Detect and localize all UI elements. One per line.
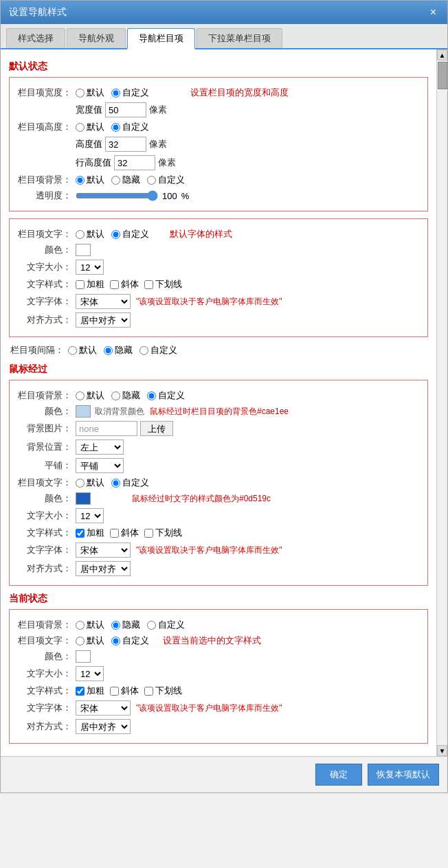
ok-button[interactable]: 确定 bbox=[315, 764, 362, 786]
item-width-custom-option[interactable]: 自定义 bbox=[111, 87, 149, 99]
item-height-options: 默认 自定义 bbox=[76, 121, 149, 133]
hover-underline-checkbox[interactable] bbox=[144, 529, 153, 538]
hover-italic-checkbox[interactable] bbox=[110, 529, 119, 538]
opacity-slider[interactable] bbox=[76, 191, 158, 201]
tab-nav-bar-item[interactable]: 导航栏目项 bbox=[127, 28, 195, 49]
hover-italic-option[interactable]: 斜体 bbox=[110, 527, 139, 539]
hover-bold-checkbox[interactable] bbox=[76, 529, 85, 538]
hover-color-picker[interactable] bbox=[76, 405, 91, 418]
scrollbar-thumb[interactable] bbox=[438, 62, 447, 89]
hover-font-select[interactable]: 宋体微软雅黑 bbox=[76, 542, 131, 558]
current-size-select[interactable]: 1214 bbox=[76, 666, 104, 681]
item-text-custom-option[interactable]: 自定义 bbox=[111, 228, 149, 240]
current-align-select[interactable]: 居中对齐左对齐 bbox=[76, 719, 131, 734]
tab-dropdown-item[interactable]: 下拉菜单栏目项 bbox=[197, 28, 282, 48]
reset-button[interactable]: 恢复本项默认 bbox=[368, 764, 439, 786]
current-italic-option[interactable]: 斜体 bbox=[110, 685, 139, 697]
hover-text-size-select[interactable]: 1214 bbox=[76, 508, 104, 523]
tab-nav-appearance[interactable]: 导航外观 bbox=[67, 28, 126, 48]
hover-bold-option[interactable]: 加粗 bbox=[76, 527, 104, 539]
item-text-default-radio[interactable] bbox=[76, 230, 85, 239]
default-bold-option[interactable]: 加粗 bbox=[76, 278, 104, 290]
scrollbar-up-button[interactable]: ▲ bbox=[437, 49, 447, 60]
hover-text-size-row: 文字大小： 1214 bbox=[16, 508, 421, 523]
current-text-custom-radio[interactable] bbox=[111, 637, 120, 646]
hover-bg-custom-radio[interactable] bbox=[147, 391, 156, 400]
current-bold-checkbox[interactable] bbox=[76, 687, 85, 696]
hover-bg-hidden-radio[interactable] bbox=[111, 391, 120, 400]
cancel-bg-color[interactable]: 取消背景颜色 bbox=[95, 406, 144, 418]
item-bg-default-option[interactable]: 默认 bbox=[76, 174, 104, 186]
hover-bg-default-radio[interactable] bbox=[76, 391, 85, 400]
item-bg-default-radio[interactable] bbox=[76, 176, 85, 185]
current-text-default-radio[interactable] bbox=[76, 637, 85, 646]
current-underline-checkbox[interactable] bbox=[144, 687, 153, 696]
item-gap-default-radio[interactable] bbox=[68, 346, 77, 355]
current-bold-option[interactable]: 加粗 bbox=[76, 685, 104, 697]
item-bg-custom-radio[interactable] bbox=[147, 176, 156, 185]
default-italic-checkbox[interactable] bbox=[110, 280, 119, 289]
current-font-select[interactable]: 宋体微软雅黑 bbox=[76, 700, 131, 716]
hover-tile-select[interactable]: 平铺不平铺 bbox=[76, 458, 124, 473]
hover-bg-image-input[interactable] bbox=[76, 421, 137, 436]
hover-text-default-radio[interactable] bbox=[76, 479, 85, 488]
default-bold-checkbox[interactable] bbox=[76, 280, 85, 289]
item-bg-hidden-radio[interactable] bbox=[111, 176, 120, 185]
current-bg-default-radio[interactable] bbox=[76, 621, 85, 630]
item-height-default-radio[interactable] bbox=[76, 123, 85, 132]
row-height-input[interactable] bbox=[114, 155, 155, 170]
item-bg-custom-option[interactable]: 自定义 bbox=[147, 174, 185, 186]
close-button[interactable]: × bbox=[427, 6, 439, 19]
current-bg-hidden-option[interactable]: 隐藏 bbox=[111, 619, 140, 631]
hover-item-text-row: 栏目项文字： 默认 自定义 bbox=[16, 477, 421, 489]
item-gap-default-option[interactable]: 默认 bbox=[68, 344, 97, 356]
item-text-default-option[interactable]: 默认 bbox=[76, 228, 104, 240]
default-text-size-select[interactable]: 121416 bbox=[76, 260, 104, 275]
item-gap-hidden-radio[interactable] bbox=[104, 346, 113, 355]
default-underline-checkbox[interactable] bbox=[144, 280, 153, 289]
scrollbar-down-button[interactable]: ▼ bbox=[437, 745, 447, 756]
hover-text-default-option[interactable]: 默认 bbox=[76, 477, 104, 489]
tab-style-select[interactable]: 样式选择 bbox=[6, 28, 65, 48]
default-underline-option[interactable]: 下划线 bbox=[144, 278, 182, 290]
item-height-custom-radio[interactable] bbox=[111, 123, 120, 132]
current-color-picker[interactable] bbox=[76, 650, 91, 663]
current-text-custom-option[interactable]: 自定义 bbox=[111, 635, 149, 647]
current-bg-custom-option[interactable]: 自定义 bbox=[147, 619, 185, 631]
item-gap-custom-option[interactable]: 自定义 bbox=[139, 344, 177, 356]
item-gap-hidden-option[interactable]: 隐藏 bbox=[104, 344, 133, 356]
item-width-default-option[interactable]: 默认 bbox=[76, 87, 104, 99]
current-italic-checkbox[interactable] bbox=[110, 687, 119, 696]
default-font-select[interactable]: 宋体微软雅黑 bbox=[76, 294, 131, 309]
hover-align-select[interactable]: 居中对齐左对齐 bbox=[76, 561, 131, 576]
default-italic-option[interactable]: 斜体 bbox=[110, 278, 139, 290]
hover-text-color-picker[interactable] bbox=[76, 492, 91, 505]
item-bg-hidden-option[interactable]: 隐藏 bbox=[111, 174, 140, 186]
hover-text-custom-option[interactable]: 自定义 bbox=[111, 477, 149, 489]
hover-text-custom-radio[interactable] bbox=[111, 479, 120, 488]
hover-bg-default-option[interactable]: 默认 bbox=[76, 389, 104, 402]
current-bg-default-label: 默认 bbox=[87, 619, 104, 631]
hover-bg-hidden-option[interactable]: 隐藏 bbox=[111, 389, 140, 402]
hover-bg-custom-option[interactable]: 自定义 bbox=[147, 389, 185, 402]
current-underline-option[interactable]: 下划线 bbox=[144, 685, 182, 697]
width-value-input[interactable] bbox=[105, 102, 146, 117]
item-width-default-radio[interactable] bbox=[76, 89, 85, 98]
hover-upload-button[interactable]: 上传 bbox=[140, 421, 173, 436]
item-width-custom-radio[interactable] bbox=[111, 89, 120, 98]
height-value-input[interactable] bbox=[105, 137, 146, 152]
current-bg-hidden-radio[interactable] bbox=[111, 621, 120, 630]
hover-text-hint: 鼠标经过时文字的样式颜色为#0d519c bbox=[132, 493, 271, 505]
hover-bg-position-select[interactable]: 左上左中左下居中 bbox=[76, 439, 124, 455]
current-text-default-option[interactable]: 默认 bbox=[76, 635, 104, 647]
default-align-select[interactable]: 居中对齐左对齐右对齐 bbox=[76, 312, 131, 328]
item-text-custom-radio[interactable] bbox=[111, 230, 120, 239]
hover-bg-label: 栏目项背景： bbox=[16, 389, 71, 402]
hover-underline-option[interactable]: 下划线 bbox=[144, 527, 182, 539]
default-color-picker[interactable] bbox=[76, 244, 91, 256]
current-bg-custom-radio[interactable] bbox=[147, 621, 156, 630]
current-bg-default-option[interactable]: 默认 bbox=[76, 619, 104, 631]
item-gap-custom-radio[interactable] bbox=[139, 346, 148, 355]
item-height-default-option[interactable]: 默认 bbox=[76, 121, 104, 133]
item-height-custom-option[interactable]: 自定义 bbox=[111, 121, 149, 133]
